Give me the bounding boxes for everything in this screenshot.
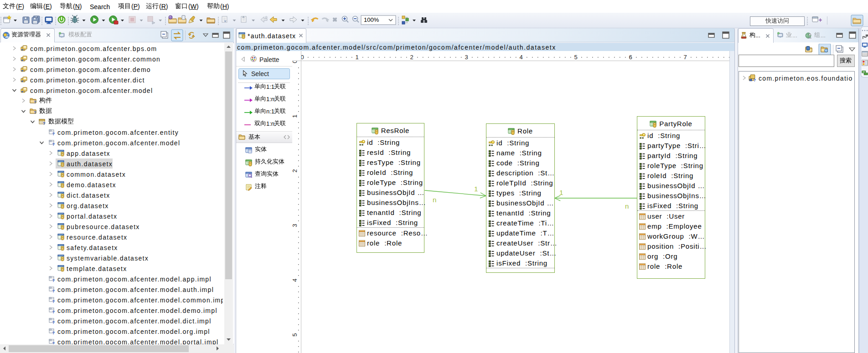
svg-text:1: 1 (355, 54, 358, 61)
svg-text:?: ? (34, 100, 36, 104)
svg-text:4: 4 (519, 54, 522, 61)
svg-text:n: n (625, 202, 629, 210)
svg-text:?: ? (52, 142, 55, 147)
svg-text:7: 7 (683, 54, 687, 61)
svg-text:?: ? (52, 310, 55, 314)
svg-text:1: 1 (474, 185, 478, 193)
svg-text:?: ? (43, 121, 46, 126)
svg-text:2: 2 (410, 54, 413, 61)
svg-text:2: 2 (292, 169, 298, 172)
svg-text:5: 5 (292, 333, 298, 336)
svg-text:6: 6 (629, 54, 632, 61)
svg-text:0: 0 (292, 61, 298, 63)
svg-text:0: 0 (301, 54, 304, 61)
svg-text:4: 4 (292, 278, 298, 281)
svg-text:1: 1 (559, 189, 563, 196)
svg-text:?: ? (52, 278, 55, 283)
svg-text:?: ? (754, 78, 756, 82)
svg-text:?: ? (52, 299, 55, 304)
svg-text:100%: 100% (364, 16, 379, 23)
svg-text:5: 5 (574, 54, 577, 61)
svg-text:?: ? (52, 289, 55, 293)
svg-text:n: n (433, 196, 436, 204)
svg-text:?: ? (52, 132, 55, 136)
svg-text:?: ? (52, 320, 55, 325)
svg-text:3: 3 (292, 224, 298, 227)
svg-text:3: 3 (465, 54, 468, 61)
svg-text:?: ? (52, 331, 55, 335)
svg-text:1: 1 (292, 114, 298, 118)
svg-text:?: ? (34, 110, 36, 115)
